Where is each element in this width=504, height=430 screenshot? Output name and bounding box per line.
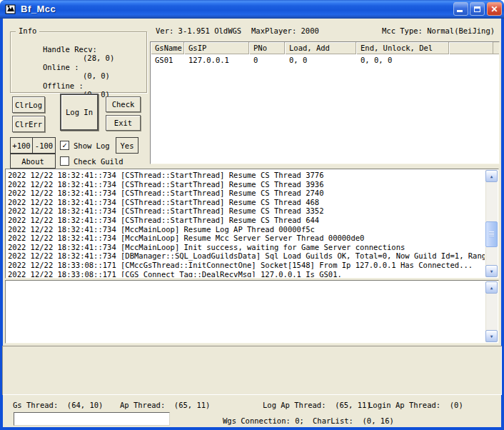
show-log-checkbox[interactable]: ✓ — [60, 141, 69, 150]
column-header-end-unlock-del[interactable]: End, Unlock, Del — [356, 42, 449, 54]
log-line: 2022 12/22 18:32:41::734 [CSThread::Star… — [8, 180, 485, 189]
scroll-up-button[interactable]: ▲ — [485, 281, 498, 294]
column-header-gsname[interactable]: GsName — [151, 42, 184, 54]
log-line: 2022 12/22 18:33:08::171 [CGS_Connect_Ta… — [8, 270, 485, 277]
log-line: 2022 12/22 18:32:41::734 [CSThread::Star… — [8, 216, 485, 225]
bottom-panel — [2, 346, 502, 395]
info-groupbox: Info Handle Recv: (28, 0) Online : (0, 0… — [10, 31, 147, 93]
log-output[interactable]: 2022 12/22 18:32:41::734 [CSThread::Star… — [5, 169, 499, 279]
column-header-blank[interactable] — [449, 42, 493, 54]
scroll-down-icon: ▼ — [490, 334, 493, 339]
check-guild-label: Check Guild — [74, 157, 124, 166]
log-line: 2022 12/22 18:32:41::734 [CSThread::Star… — [8, 189, 485, 198]
exit-button[interactable]: Exit — [106, 115, 141, 131]
log-line: 2022 12/22 18:32:41::734 [DBManager::SQL… — [8, 251, 485, 261]
log-line: 2022 12/22 18:32:41::734 [CSThread::Star… — [8, 171, 485, 180]
scroll-down-button[interactable]: ▼ — [485, 330, 498, 342]
log-line: 2022 12/22 18:32:41::734 [CSThread::Star… — [8, 206, 485, 216]
column-header-pno[interactable]: PNo — [249, 42, 285, 54]
scroll-down-button[interactable]: ▼ — [485, 265, 498, 277]
version-label: Ver: 3-1.951 OldWGS — [156, 26, 241, 35]
maxplayer-label: MaxPlayer: 2000 — [251, 26, 319, 35]
login-button[interactable]: Log In — [60, 94, 99, 131]
close-button[interactable]: ✕ — [487, 2, 502, 16]
check-guild-checkbox[interactable] — [60, 156, 69, 166]
clrerr-button[interactable]: ClrErr — [12, 116, 45, 132]
table-header: GsName GsIP PNo Load, Add End, Unlock, D… — [151, 42, 499, 54]
minimize-icon — [457, 10, 463, 12]
log-line: 2022 12/22 18:32:41::734 [CSThread::Star… — [8, 198, 485, 207]
offline-label: Offline : — [43, 81, 84, 90]
maximize-button[interactable] — [470, 2, 485, 16]
log-ap-thread-status: Log Ap Thread: (65, 11) — [263, 401, 371, 409]
cell-load-add: 0, 0 — [285, 55, 356, 66]
table-body: GS01 127.0.0.1 0 0, 0 0, 0, 0 — [151, 55, 499, 164]
about-button[interactable]: About — [10, 154, 56, 169]
info-groupbox-label: Info — [16, 26, 39, 35]
close-icon: ✕ — [490, 5, 498, 14]
ap-thread-status: Ap Thread: (65, 11) — [120, 401, 210, 409]
scroll-up-icon: ▲ — [490, 174, 493, 179]
log-line: 2022 12/22 18:32:41::734 [MccMainLoop] R… — [8, 234, 485, 243]
yes-button[interactable]: Yes — [116, 137, 138, 154]
cell-pno: 0 — [249, 55, 285, 66]
column-header-gsip[interactable]: GsIP — [184, 42, 249, 54]
error-log-output[interactable]: ▲ ▼ — [5, 280, 499, 344]
scroll-down-icon: ▼ — [490, 269, 493, 274]
show-log-label: Show Log — [74, 141, 110, 150]
app-window: Bf_Mcc ✕ Info Handle Recv: (28, 0) Onlin… — [0, 0, 504, 430]
cell-gsname: GS01 — [151, 55, 184, 66]
error-log-scrollbar[interactable]: ▲ ▼ — [485, 281, 498, 342]
command-input[interactable] — [14, 412, 170, 426]
log-scrollbar[interactable]: ▲ ▼ — [485, 170, 498, 277]
scroll-up-icon: ▲ — [490, 286, 493, 290]
window-title: Bf_Mcc — [21, 4, 56, 14]
minus100-button[interactable]: -100 — [32, 137, 56, 154]
check-button[interactable]: Check — [106, 96, 141, 112]
plus100-button[interactable]: +100 — [10, 137, 33, 154]
maximize-icon — [474, 6, 480, 12]
table-row[interactable]: GS01 127.0.0.1 0 0, 0 0, 0, 0 — [151, 55, 499, 66]
gs-thread-status: Gs Thread: (64, 10) — [13, 401, 103, 409]
cell-gsip: 127.0.0.1 — [184, 55, 249, 66]
minimize-button[interactable] — [453, 2, 468, 16]
clrlog-button[interactable]: ClrLog — [12, 96, 45, 113]
charlist-status: CharList: (0, 16) — [313, 416, 394, 425]
log-lines: 2022 12/22 18:32:41::734 [CSThread::Star… — [8, 171, 485, 277]
scroll-thumb[interactable] — [485, 221, 498, 247]
log-line: 2022 12/22 18:32:41::734 [MccMainLoop] R… — [8, 225, 485, 234]
login-ap-thread-status: Login Ap Thread: (0) — [368, 401, 463, 409]
column-header-load-add[interactable]: Load, Add — [285, 42, 356, 54]
handle-recv-value: (28, 0) — [83, 54, 114, 62]
error-log-lines — [8, 282, 485, 342]
title-bar[interactable]: Bf_Mcc ✕ — [0, 0, 504, 19]
handle-recv-label: Handle Recv: — [43, 45, 97, 54]
mcc-type-label: Mcc Type: Normal(BeiJing) — [382, 26, 495, 35]
window-controls: ✕ — [453, 2, 502, 16]
online-label: Online : — [43, 63, 79, 71]
checkmark-icon: ✓ — [62, 141, 67, 149]
log-line: 2022 12/22 18:33:08::171 [CMccGsThread::… — [8, 261, 485, 270]
cell-end-unlock-del: 0, 0, 0 — [356, 55, 449, 66]
game-server-table: GsName GsIP PNo Load, Add End, Unlock, D… — [150, 41, 500, 164]
app-icon — [5, 4, 16, 15]
log-line: 2022 12/22 18:32:41::734 [MccMainLoop] I… — [8, 243, 485, 252]
wgs-connection-status: Wgs Connection: 0; — [223, 416, 304, 425]
scroll-up-button[interactable]: ▲ — [485, 170, 498, 182]
online-value: (0, 0) — [83, 71, 110, 80]
